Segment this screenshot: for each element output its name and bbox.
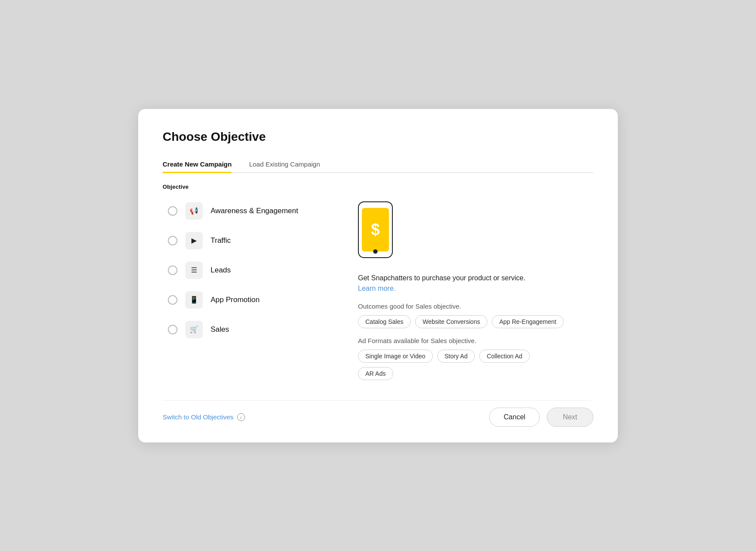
- footer-buttons: Cancel Next: [489, 408, 593, 427]
- traffic-icon-box: ▶: [185, 232, 203, 249]
- outcomes-title: Outcomes good for Sales objective.: [358, 303, 593, 310]
- modal-title: Choose Objective: [163, 130, 593, 144]
- radio-traffic: [168, 236, 177, 245]
- objective-awareness[interactable]: 📢 Awareness & Engagement: [163, 198, 337, 224]
- next-button[interactable]: Next: [547, 408, 593, 427]
- right-panel: $ Get Snapchatters to purchase your prod…: [358, 198, 593, 384]
- objectives-list: 📢 Awareness & Engagement ▶ Traffic ☰ Lea…: [163, 198, 337, 384]
- app-promotion-icon: 📱: [190, 296, 198, 304]
- radio-app-promotion: [168, 295, 177, 305]
- switch-objectives-link[interactable]: Switch to Old Objectives i: [163, 413, 245, 421]
- ad-formats-title: Ad Formats available for Sales objective…: [358, 337, 593, 344]
- awareness-label: Awareness & Engagement: [211, 207, 298, 215]
- objective-sales[interactable]: 🛒 Sales: [163, 316, 337, 343]
- ad-formats-tags: Single Image or Video Story Ad Collectio…: [358, 350, 593, 363]
- tab-load-campaign[interactable]: Load Existing Campaign: [249, 156, 320, 172]
- objective-section-label: Objective: [163, 184, 593, 190]
- leads-icon-box: ☰: [185, 262, 203, 279]
- ad-formats-section: Ad Formats available for Sales objective…: [358, 337, 593, 380]
- phone-illustration: $: [358, 201, 393, 258]
- modal-container: Choose Objective Create New Campaign Loa…: [138, 109, 618, 442]
- phone-screen: $: [362, 208, 389, 252]
- leads-icon: ☰: [191, 266, 197, 274]
- learn-more-link[interactable]: Learn more.: [358, 285, 395, 292]
- objective-app-promotion[interactable]: 📱 App Promotion: [163, 287, 337, 313]
- dollar-icon: $: [371, 221, 380, 239]
- tag-collection-ad[interactable]: Collection Ad: [479, 350, 530, 363]
- objective-leads[interactable]: ☰ Leads: [163, 257, 337, 283]
- leads-label: Leads: [211, 266, 231, 275]
- radio-awareness: [168, 206, 177, 216]
- footer: Switch to Old Objectives i Cancel Next: [163, 400, 593, 427]
- phone-button: [373, 249, 378, 254]
- info-icon: i: [237, 413, 245, 421]
- awareness-icon-box: 📢: [185, 202, 203, 220]
- sales-icon: 🛒: [190, 325, 198, 333]
- objective-traffic[interactable]: ▶ Traffic: [163, 228, 337, 254]
- cancel-button[interactable]: Cancel: [489, 408, 540, 427]
- tag-story-ad[interactable]: Story Ad: [437, 350, 475, 363]
- sales-label: Sales: [211, 325, 229, 334]
- sales-description: Get Snapchatters to purchase your produc…: [358, 273, 593, 294]
- tabs-container: Create New Campaign Load Existing Campai…: [163, 156, 593, 173]
- traffic-icon: ▶: [191, 236, 197, 245]
- tag-ar-ads[interactable]: AR Ads: [358, 367, 393, 380]
- tag-single-image[interactable]: Single Image or Video: [358, 350, 433, 363]
- radio-sales: [168, 325, 177, 334]
- tab-new-campaign[interactable]: Create New Campaign: [163, 156, 232, 172]
- traffic-label: Traffic: [211, 236, 231, 245]
- tag-app-reengagement[interactable]: App Re-Engagement: [492, 315, 564, 328]
- tag-catalog-sales[interactable]: Catalog Sales: [358, 315, 411, 328]
- outcomes-tags: Catalog Sales Website Conversions App Re…: [358, 315, 593, 328]
- awareness-icon: 📢: [190, 207, 198, 215]
- app-promotion-label: App Promotion: [211, 296, 259, 304]
- app-promotion-icon-box: 📱: [185, 291, 203, 309]
- ad-formats-tags-row2: AR Ads: [358, 367, 593, 380]
- radio-leads: [168, 265, 177, 275]
- tag-website-conversions[interactable]: Website Conversions: [415, 315, 487, 328]
- content-area: 📢 Awareness & Engagement ▶ Traffic ☰ Lea…: [163, 198, 593, 384]
- outcomes-section: Outcomes good for Sales objective. Catal…: [358, 303, 593, 328]
- sales-icon-box: 🛒: [185, 321, 203, 338]
